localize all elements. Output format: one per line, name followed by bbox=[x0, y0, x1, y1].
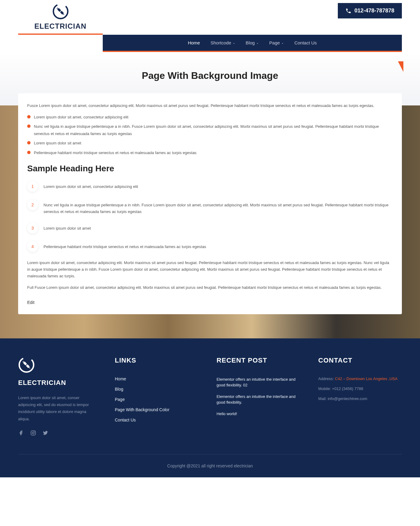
number-badge: 3 bbox=[27, 223, 38, 234]
footer-link[interactable]: Page bbox=[115, 397, 199, 402]
bullet-list: Lorem ipsum dolor sit amet, consectetur … bbox=[27, 114, 393, 156]
nav-accent-decoration bbox=[398, 61, 403, 72]
number-badge: 4 bbox=[27, 241, 38, 252]
recent-post-link[interactable]: Elementor offers an intuitive the interf… bbox=[217, 394, 300, 405]
phone-icon bbox=[345, 8, 351, 14]
nav-contact[interactable]: Contact Us bbox=[294, 40, 317, 45]
contact-address: Address: C42 – Downtown Los Angeles ,USA bbox=[318, 376, 402, 381]
instagram-icon[interactable] bbox=[30, 430, 36, 436]
brand-name: ELECTRICIAN bbox=[34, 22, 86, 31]
nav-page[interactable]: Page⌄ bbox=[269, 40, 284, 45]
edit-link[interactable]: Edit bbox=[27, 300, 34, 305]
twitter-icon[interactable] bbox=[42, 430, 48, 436]
contact-mail: Mail: info@gentechtree.com bbox=[318, 396, 402, 401]
footer-plug-logo-icon bbox=[18, 357, 35, 373]
facebook-icon[interactable] bbox=[18, 430, 24, 436]
footer-link[interactable]: Home bbox=[115, 376, 199, 381]
phone-button[interactable]: 012-478-787878 bbox=[338, 3, 402, 18]
numbered-item: 4Pellentesque habitant morbi tristique s… bbox=[27, 241, 393, 252]
numbered-item: 3Lorem ipsum dolor sit amet bbox=[27, 223, 393, 234]
nav-shortcode[interactable]: Shortcode⌄ bbox=[211, 40, 235, 45]
paragraph-2: Lorem ipsum dolor sit amet, consectetur … bbox=[27, 260, 393, 279]
recent-post-link[interactable]: Elementor offers an intuitive the interf… bbox=[217, 376, 300, 388]
paragraph-3: Full Fusce Lorem ipsum dolor sit amet, c… bbox=[27, 284, 393, 291]
footer: ELECTRICIAN Lorem ipsum dolor sit amet, … bbox=[0, 338, 420, 478]
number-badge: 1 bbox=[27, 181, 38, 192]
recent-post-link[interactable]: Hello world! bbox=[217, 411, 300, 417]
phone-number: 012-478-787878 bbox=[354, 8, 394, 14]
svg-rect-7 bbox=[23, 361, 27, 365]
main-nav: Home Shortcode⌄ Blog⌄ Page⌄ Contact Us bbox=[103, 35, 402, 52]
footer-brand: ELECTRICIAN bbox=[18, 379, 97, 387]
bullet-item: Pellentesque habitant morbi tristique se… bbox=[27, 149, 393, 156]
nav-blog[interactable]: Blog⌄ bbox=[246, 40, 259, 45]
svg-point-13 bbox=[32, 432, 34, 434]
footer-link[interactable]: Contact Us bbox=[115, 418, 199, 422]
chevron-down-icon: ⌄ bbox=[256, 41, 259, 44]
chevron-down-icon: ⌄ bbox=[233, 41, 235, 44]
chevron-down-icon: ⌄ bbox=[281, 41, 284, 44]
plug-logo-icon bbox=[52, 3, 69, 20]
content-card: Fusce Lorem ipsum dolor sit amet, consec… bbox=[18, 93, 402, 314]
svg-point-6 bbox=[18, 357, 35, 373]
numbered-item: 2Nunc vel ligula in augue tristique pell… bbox=[27, 199, 393, 215]
footer-recent-heading: RECENT POST bbox=[217, 357, 300, 364]
svg-rect-5 bbox=[63, 14, 64, 15]
logo-block[interactable]: ELECTRICIAN bbox=[18, 3, 103, 35]
footer-description: Lorem ipsum dolor sit amet, conser adipi… bbox=[18, 394, 97, 423]
sample-heading: Sample Heading Here bbox=[27, 164, 393, 173]
bullet-item: Lorem ipsum dolor sit amet bbox=[27, 140, 393, 147]
copyright-text: Copyright @2021 all right reserved elect… bbox=[18, 454, 402, 468]
bullet-item: Lorem ipsum dolor sit amet, consectetur … bbox=[27, 114, 393, 121]
svg-rect-1 bbox=[57, 8, 61, 12]
footer-link[interactable]: Blog bbox=[115, 387, 199, 392]
numbered-item: 1Lorem ipsum dolor sit amet, consectetur… bbox=[27, 181, 393, 192]
page-title: Page With Background Image bbox=[0, 70, 420, 81]
footer-links-heading: LINKS bbox=[115, 357, 199, 364]
intro-paragraph: Fusce Lorem ipsum dolor sit amet, consec… bbox=[27, 102, 393, 109]
footer-link[interactable]: Page With Background Color bbox=[115, 407, 199, 412]
bullet-item: Nunc vel ligula in augue tristique pelle… bbox=[27, 123, 393, 137]
numbered-list: 1Lorem ipsum dolor sit amet, consectetur… bbox=[27, 181, 393, 252]
svg-point-14 bbox=[34, 431, 35, 432]
number-badge: 2 bbox=[27, 199, 38, 210]
svg-point-0 bbox=[52, 3, 69, 20]
footer-contact-heading: CONTACT bbox=[318, 357, 402, 364]
nav-home[interactable]: Home bbox=[188, 40, 200, 45]
svg-rect-11 bbox=[29, 367, 30, 368]
contact-mobile: Mobile: +012 (3456) 7788 bbox=[318, 386, 402, 391]
